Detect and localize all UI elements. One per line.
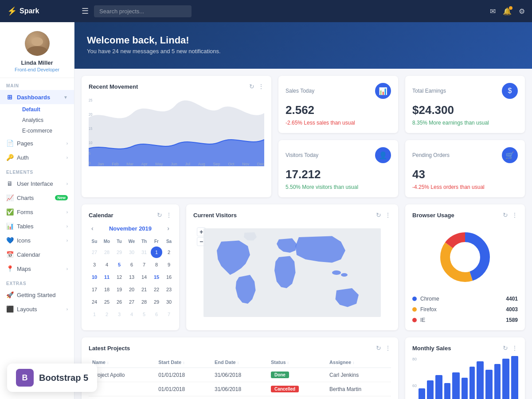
cal-day-6[interactable]: 6 — [151, 309, 162, 320]
bootstrap-text: Bootstrap 5 — [39, 373, 88, 383]
calendar-icon: 📅 — [6, 251, 13, 258]
cal-day-6[interactable]: 6 — [126, 259, 137, 270]
cal-day-2[interactable]: 2 — [163, 246, 175, 258]
projects-refresh-icon[interactable]: ↻ — [376, 344, 381, 352]
sort-icon-name[interactable]: ↕ — [107, 360, 109, 365]
cal-day-10[interactable]: 10 — [89, 271, 100, 283]
monthly-sales-refresh-icon[interactable]: ↻ — [503, 344, 508, 352]
cal-prev-btn[interactable]: ‹ — [89, 224, 96, 233]
cal-day-3[interactable]: 3 — [113, 309, 125, 320]
visitors-more-icon[interactable]: ⋮ — [385, 211, 391, 219]
projects-more-icon[interactable]: ⋮ — [385, 344, 391, 352]
bar-jul — [469, 367, 475, 399]
cal-day-27[interactable]: 27 — [89, 246, 100, 258]
cal-day-12[interactable]: 12 — [113, 271, 125, 283]
browser-more-icon[interactable]: ⋮ — [512, 211, 518, 219]
row-top: Recent Movement ↻ ⋮ — [82, 76, 525, 197]
sort-icon-status[interactable]: ↕ — [287, 360, 289, 365]
cal-day-1[interactable]: 1 — [89, 309, 100, 320]
sidebar-item-charts[interactable]: 📈 Charts New — [0, 191, 74, 205]
cal-day-4[interactable]: 4 — [101, 259, 113, 270]
cal-day-5[interactable]: 5 — [138, 309, 150, 320]
cal-day-27[interactable]: 27 — [126, 296, 137, 308]
sidebar: Linda Miller Front-end Developer Main ⊞ … — [0, 22, 74, 399]
y-axis-labels: 80 60 — [412, 357, 417, 399]
cal-day-3[interactable]: 3 — [89, 259, 100, 270]
cal-day-4[interactable]: 4 — [126, 309, 137, 320]
cal-day-13[interactable]: 13 — [126, 271, 137, 283]
cal-day-28[interactable]: 28 — [101, 246, 113, 258]
sidebar-item-layouts[interactable]: ⬛ Layouts › — [0, 302, 74, 316]
cal-day-17[interactable]: 17 — [89, 284, 100, 295]
cal-day-19[interactable]: 19 — [113, 284, 125, 295]
sidebar-item-ui[interactable]: 🖥 User Interface › — [0, 176, 74, 191]
cal-day-30[interactable]: 30 — [163, 296, 175, 308]
more-icon[interactable]: ⋮ — [258, 83, 264, 90]
cal-day-15[interactable]: 15 — [151, 271, 162, 283]
calendar-refresh-icon[interactable]: ↻ — [157, 211, 162, 219]
cal-day-20[interactable]: 20 — [126, 284, 137, 295]
sidebar-item-icons[interactable]: 💙 Icons › — [0, 233, 74, 247]
cal-day-29[interactable]: 29 — [113, 246, 125, 258]
sidebar-item-maps[interactable]: 📍 Maps › — [0, 262, 74, 276]
cal-day-7[interactable]: 7 — [163, 309, 175, 320]
sidebar-item-calendar[interactable]: 📅 Calendar — [0, 247, 74, 262]
sort-icon-start[interactable]: ↕ — [183, 360, 185, 365]
bar-col-jul: Jul — [469, 367, 475, 399]
cal-day-30[interactable]: 30 — [126, 246, 137, 258]
cal-day-24[interactable]: 24 — [89, 296, 100, 308]
visitors-refresh-icon[interactable]: ↻ — [376, 211, 381, 219]
cal-day-5[interactable]: 5 — [113, 259, 125, 270]
refresh-icon[interactable]: ↻ — [249, 83, 254, 90]
search-input[interactable] — [94, 5, 192, 17]
sidebar-item-forms[interactable]: ✅ Forms › — [0, 205, 74, 219]
visitors-header: Current Visitors ↻ ⋮ — [193, 211, 391, 219]
cal-day-22[interactable]: 22 — [151, 284, 162, 295]
sort-icon-assignee[interactable]: ↕ — [352, 360, 355, 365]
hamburger-icon[interactable]: ☰ — [82, 6, 89, 16]
sidebar-item-getting-started[interactable]: 🚀 Getting Started — [0, 288, 74, 302]
cal-day-25[interactable]: 25 — [101, 296, 113, 308]
calendar-more-icon[interactable]: ⋮ — [166, 211, 172, 219]
cal-day-9[interactable]: 9 — [163, 259, 175, 270]
sidebar-item-ecommerce[interactable]: E-commerce — [16, 125, 74, 136]
monthly-sales-more-icon[interactable]: ⋮ — [512, 344, 518, 352]
bar-may — [452, 372, 460, 399]
bootstrap-badge: B Bootstrap 5 — [7, 364, 97, 392]
mail-icon-btn[interactable]: ✉ — [490, 7, 496, 16]
cal-day-16[interactable]: 16 — [163, 271, 175, 283]
bar-col-dec: Dec — [511, 356, 518, 399]
sidebar-item-pages[interactable]: 📄 Pages › — [0, 136, 74, 150]
sidebar-item-dashboards[interactable]: ⊞ Dashboards ▼ — [0, 90, 74, 104]
cal-day-23[interactable]: 23 — [163, 284, 175, 295]
brand: ⚡ Spark — [7, 6, 82, 16]
sidebar-item-default[interactable]: Default — [16, 104, 74, 115]
cal-day-29[interactable]: 29 — [151, 296, 162, 308]
cal-day-26[interactable]: 26 — [113, 296, 125, 308]
bar-col-feb: Feb — [427, 380, 434, 399]
pending-orders-icon: 🛒 — [502, 147, 518, 163]
cal-day-7[interactable]: 7 — [138, 259, 150, 270]
cal-day-28[interactable]: 28 — [138, 296, 150, 308]
visitors-today-card: Visitors Today 👤 17.212 5.50% More visit… — [278, 140, 398, 197]
sort-icon-end[interactable]: ↕ — [237, 360, 239, 365]
cal-day-14[interactable]: 14 — [138, 271, 150, 283]
browser-refresh-icon[interactable]: ↻ — [503, 211, 508, 219]
cal-day-21[interactable]: 21 — [138, 284, 150, 295]
sidebar-item-auth[interactable]: 🔑 Auth › — [0, 150, 74, 164]
sidebar-profile: Linda Miller Front-end Developer — [0, 22, 74, 78]
settings-icon-btn[interactable]: ⚙ — [519, 7, 525, 16]
bell-icon-btn[interactable]: 🔔 — [503, 7, 512, 16]
cal-day-2[interactable]: 2 — [101, 309, 113, 320]
cal-day-18[interactable]: 18 — [101, 284, 113, 295]
visitors-title: Current Visitors — [193, 212, 237, 219]
cal-next-btn[interactable]: › — [164, 224, 172, 233]
cal-day-8[interactable]: 8 — [151, 259, 162, 270]
cal-day-1[interactable]: 1 — [151, 246, 162, 258]
cell-name-0: Project Apollo — [89, 368, 155, 382]
cal-day-11[interactable]: 11 — [101, 271, 113, 283]
cell-start-1: 01/01/2018 — [155, 382, 211, 396]
sidebar-item-tables[interactable]: 📊 Tables › — [0, 219, 74, 233]
cal-day-31[interactable]: 31 — [138, 246, 150, 258]
sidebar-item-analytics[interactable]: Analytics — [16, 115, 74, 125]
